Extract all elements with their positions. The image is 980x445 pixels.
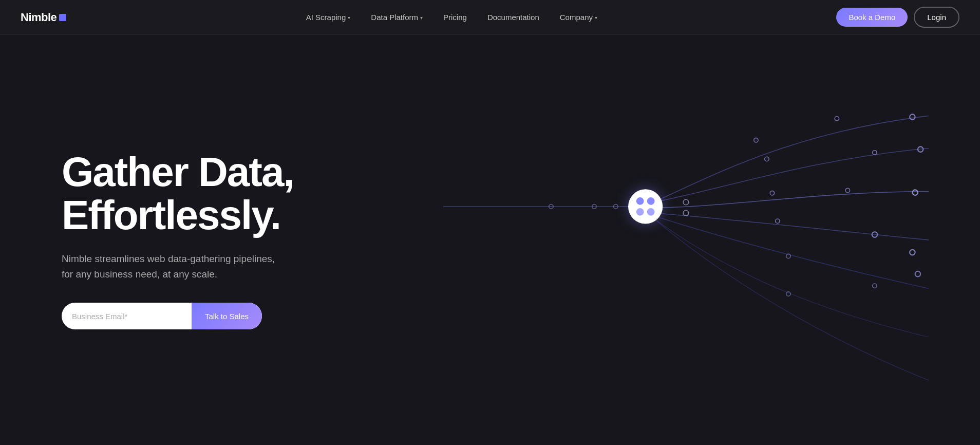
svg-point-23 bbox=[683, 199, 689, 205]
talk-to-sales-button[interactable]: Talk to Sales bbox=[192, 303, 262, 329]
svg-point-5 bbox=[918, 146, 924, 152]
svg-point-8 bbox=[913, 190, 918, 195]
hero-content: Gather Data, Effortlessly. Nimble stream… bbox=[0, 109, 294, 371]
navbar: Nimble AI Scraping ▾ Data Platform ▾ Pri… bbox=[0, 0, 980, 35]
chevron-down-icon: ▾ bbox=[420, 15, 423, 21]
hero-subtitle: Nimble streamlines web data-gathering pi… bbox=[62, 251, 294, 283]
svg-point-24 bbox=[683, 210, 689, 216]
svg-point-7 bbox=[845, 188, 850, 192]
logo-icon bbox=[59, 14, 66, 21]
svg-point-14 bbox=[915, 271, 921, 277]
chevron-down-icon: ▾ bbox=[595, 15, 597, 21]
svg-point-0 bbox=[754, 138, 758, 142]
nav-data-platform[interactable]: Data Platform ▾ bbox=[363, 9, 431, 26]
chevron-down-icon: ▾ bbox=[348, 15, 350, 21]
nav-documentation[interactable]: Documentation bbox=[479, 9, 548, 26]
nav-pricing[interactable]: Pricing bbox=[435, 9, 475, 26]
svg-point-15 bbox=[549, 205, 553, 209]
hero-section: Gather Data, Effortlessly. Nimble stream… bbox=[0, 0, 980, 445]
svg-point-12 bbox=[786, 254, 790, 258]
svg-point-2 bbox=[910, 114, 915, 120]
svg-point-22 bbox=[647, 208, 655, 216]
svg-point-3 bbox=[765, 157, 769, 161]
hero-diagram bbox=[392, 35, 980, 445]
svg-point-20 bbox=[647, 197, 655, 205]
svg-point-13 bbox=[873, 284, 877, 288]
logo[interactable]: Nimble bbox=[21, 11, 67, 24]
svg-point-17 bbox=[614, 205, 618, 209]
svg-point-21 bbox=[636, 208, 644, 216]
svg-point-11 bbox=[910, 250, 915, 255]
nav-ai-scraping[interactable]: AI Scraping ▾ bbox=[298, 9, 359, 26]
hero-email-form: Talk to Sales bbox=[62, 303, 262, 329]
svg-point-6 bbox=[770, 191, 774, 195]
svg-point-1 bbox=[835, 117, 839, 121]
email-input[interactable] bbox=[62, 312, 192, 321]
book-demo-button[interactable]: Book a Demo bbox=[836, 8, 908, 27]
svg-point-4 bbox=[873, 151, 877, 155]
svg-point-10 bbox=[872, 232, 878, 237]
login-button[interactable]: Login bbox=[914, 7, 959, 28]
svg-point-18 bbox=[786, 292, 790, 296]
nav-company[interactable]: Company ▾ bbox=[552, 9, 606, 26]
center-node bbox=[628, 189, 663, 224]
hero-title: Gather Data, Effortlessly. bbox=[62, 151, 294, 237]
svg-point-19 bbox=[636, 197, 644, 205]
svg-point-16 bbox=[592, 205, 596, 209]
svg-point-9 bbox=[776, 219, 780, 223]
